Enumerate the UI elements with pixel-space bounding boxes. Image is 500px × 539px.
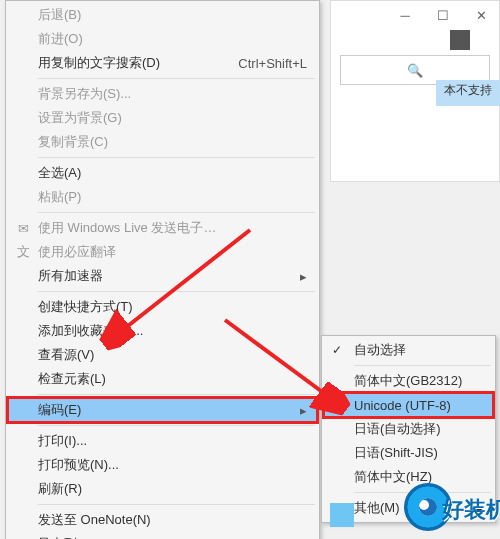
svg-line-1 (225, 320, 340, 405)
annotation-arrow-1 (0, 0, 500, 539)
brand-text: 好装机 (442, 495, 500, 525)
taskbar-tile (330, 503, 354, 527)
